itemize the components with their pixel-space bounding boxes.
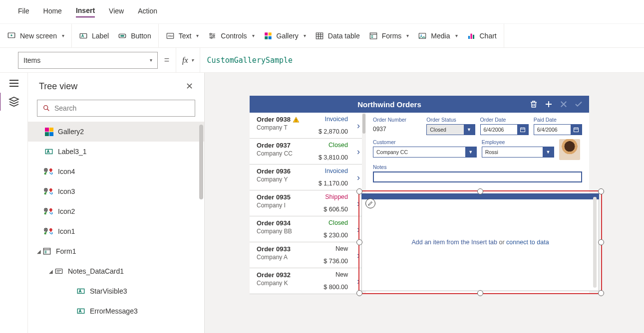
order-row[interactable]: Order 0935Company IShipped$ 606.50› <box>250 190 362 216</box>
employee-select[interactable]: Rossi▼ <box>482 147 554 158</box>
tree-search[interactable] <box>37 100 195 117</box>
controls-dropdown[interactable]: Controls ▾ <box>208 31 254 40</box>
lbl-status: Order Status <box>426 117 475 123</box>
tree-node-icon1[interactable]: Icon1 <box>28 221 204 241</box>
datatable-button[interactable]: Data table <box>315 31 360 40</box>
connect-to-data-link[interactable]: connect to data <box>506 239 549 246</box>
fx-button[interactable]: fx ▾ <box>176 48 200 72</box>
hamburger-icon[interactable] <box>9 80 18 87</box>
menu-home[interactable]: Home <box>43 7 62 17</box>
tree-node-form1[interactable]: ◢ Form1 <box>28 241 204 261</box>
trash-icon[interactable] <box>529 100 538 109</box>
status-select[interactable]: Closed▼ <box>426 124 475 135</box>
left-rail <box>0 73 28 333</box>
resize-handle[interactable] <box>356 188 362 194</box>
menu-insert[interactable]: Insert <box>76 6 95 17</box>
tree-node-icon3[interactable]: Icon3 <box>28 181 204 201</box>
charts-label: Chart <box>480 32 497 40</box>
resize-handle[interactable] <box>356 239 362 245</box>
resize-handle[interactable] <box>477 290 483 296</box>
calendar-icon <box>571 125 582 135</box>
gallery-icon <box>264 31 273 40</box>
resize-handle[interactable] <box>356 290 362 296</box>
chevron-down-icon: ▾ <box>62 33 64 38</box>
tree-node-notes-datacard[interactable]: ◢ Notes_DataCard1 <box>28 261 204 281</box>
notes-input[interactable] <box>373 171 582 182</box>
menu-bar: File Home Insert View Action <box>0 0 644 24</box>
chevron-down-icon: ▾ <box>252 33 255 38</box>
order-row[interactable]: Order 0934Company BBClosed$ 230.00› <box>250 216 362 242</box>
button-label: Button <box>131 32 151 40</box>
canvas[interactable]: Northwind Orders Order 0938 Company TInv… <box>205 73 644 333</box>
gallery-selection[interactable]: Add an item from the Insert tab or conne… <box>358 190 602 294</box>
paiddate-picker[interactable]: 6/4/2006 <box>534 124 582 135</box>
media-icon <box>418 31 427 40</box>
resize-handle[interactable] <box>598 290 604 296</box>
chevron-down-icon: ▼ <box>543 147 554 157</box>
chevron-right-icon: › <box>357 172 360 182</box>
resize-handle[interactable] <box>477 188 483 194</box>
datatable-icon <box>315 31 324 40</box>
menu-action[interactable]: Action <box>138 7 157 17</box>
lbl-ordnum: Order Number <box>373 117 421 123</box>
svg-point-6 <box>210 33 212 34</box>
scrollbar-thumb[interactable] <box>199 125 203 199</box>
close-icon[interactable]: ✕ <box>186 81 193 92</box>
icons-icon <box>44 207 54 215</box>
tree-node-starvisible[interactable]: StarVisible3 <box>28 281 204 301</box>
warning-icon <box>293 116 300 123</box>
gallery-scrollbar[interactable] <box>593 197 597 288</box>
label-button[interactable]: Label <box>79 31 109 40</box>
close-icon[interactable] <box>559 100 568 109</box>
tree-node-icon4[interactable]: Icon4 <box>28 162 204 181</box>
menu-file[interactable]: File <box>18 7 29 17</box>
order-list[interactable]: Order 0938 Company TInvoiced$ 2,870.00›O… <box>250 113 362 294</box>
tree-node-gallery2[interactable]: Gallery2 <box>28 122 204 142</box>
svg-rect-9 <box>265 32 268 35</box>
resize-handle[interactable] <box>598 188 604 194</box>
treeview-rail-icon[interactable] <box>8 96 20 108</box>
order-row[interactable]: Order 0937Company CCClosed$ 3,810.00› <box>250 139 362 165</box>
forms-dropdown[interactable]: Forms ▾ <box>369 31 409 40</box>
button-button[interactable]: Button <box>118 31 151 40</box>
order-row[interactable]: Order 0932Company KNew$ 800.00› <box>250 268 362 294</box>
label-label: Label <box>92 32 109 40</box>
menu-view[interactable]: View <box>109 7 124 17</box>
chevron-down-icon: ▼ <box>464 125 475 135</box>
tree-node-label: ErrorMessage3 <box>90 307 138 315</box>
gallery-dropdown[interactable]: Gallery ▾ <box>264 31 306 40</box>
new-screen-label: New screen <box>20 32 57 40</box>
lbl-notes: Notes <box>373 164 582 170</box>
button-icon <box>118 31 127 40</box>
customer-select[interactable]: Company CC▼ <box>373 147 477 158</box>
orderdate-picker[interactable]: 6/4/2006 <box>480 124 529 135</box>
order-amount: $ 3,810.00 <box>319 154 348 161</box>
text-dropdown[interactable]: Abc Text ▾ <box>166 31 199 40</box>
resize-handle[interactable] <box>598 239 604 245</box>
property-selector[interactable]: Items ▾ <box>18 52 158 69</box>
tree-node-label: Icon4 <box>58 167 75 175</box>
search-input[interactable] <box>54 104 190 112</box>
order-row[interactable]: Order 0936Company YInvoiced$ 1,170.00› <box>250 165 362 190</box>
formula-input[interactable]: CustomGallerySample <box>200 48 644 72</box>
charts-dropdown[interactable]: Chart <box>467 31 497 40</box>
tree-node-errormessage[interactable]: ErrorMessage3 <box>28 301 204 321</box>
tree-node-label: Gallery2 <box>58 128 84 136</box>
app-title: Northwind Orders <box>250 100 529 109</box>
svg-rect-20 <box>470 33 472 39</box>
media-label: Media <box>431 32 450 40</box>
media-dropdown[interactable]: Media ▾ <box>418 31 457 40</box>
check-icon[interactable] <box>574 100 583 109</box>
order-row[interactable]: Order 0938 Company TInvoiced$ 2,870.00› <box>250 113 362 139</box>
new-screen-button[interactable]: New screen ▾ <box>7 31 64 40</box>
order-row[interactable]: Order 0933Company ANew$ 736.00› <box>250 242 362 268</box>
edit-pencil-icon[interactable] <box>365 198 375 208</box>
tree-node-label3-1[interactable]: Label3_1 <box>28 142 204 162</box>
svg-rect-30 <box>45 252 47 253</box>
collapse-icon[interactable]: ◢ <box>48 269 54 274</box>
order-status: Closed <box>328 219 348 226</box>
collapse-icon[interactable]: ◢ <box>36 249 42 254</box>
plus-icon[interactable] <box>544 100 553 109</box>
chevron-down-icon: ▾ <box>455 33 458 38</box>
tree-node-icon2[interactable]: Icon2 <box>28 201 204 221</box>
